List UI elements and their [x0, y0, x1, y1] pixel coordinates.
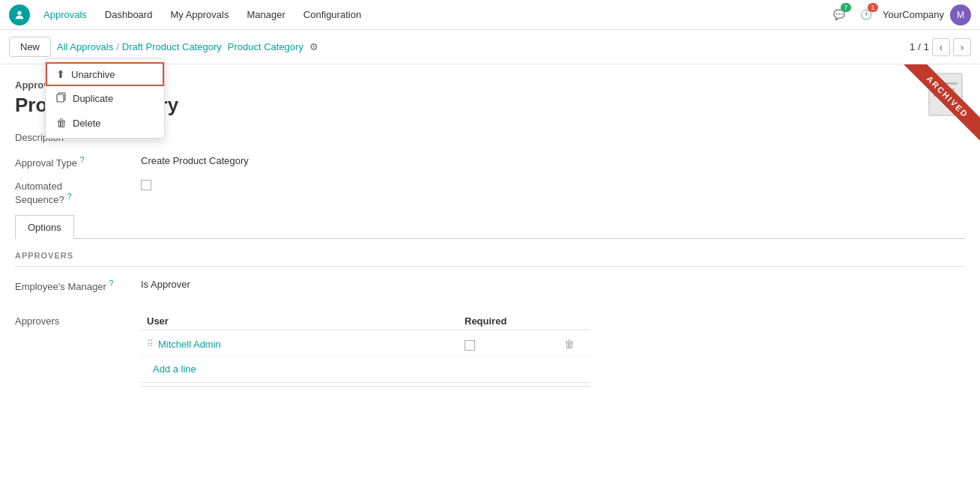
employee-manager-value: Is Approver — [141, 276, 190, 290]
automated-sequence-tooltip-icon[interactable]: ? — [67, 192, 71, 201]
employee-manager-row: Employee's Manager ? Is Approver — [15, 276, 965, 292]
dropdown-item-delete[interactable]: 🗑 Delete — [46, 111, 164, 135]
automated-sequence-row: Automated Sequence? ? — [15, 178, 965, 205]
approval-type-tooltip-icon[interactable]: ? — [80, 155, 85, 164]
user-cell[interactable]: Mitchell Admin — [158, 339, 465, 350]
nav-item-my-approvals[interactable]: My Approvals — [163, 6, 236, 23]
delete-label: Delete — [73, 118, 101, 129]
table-row: ⠿ Mitchell Admin 🗑 — [141, 333, 590, 356]
app-logo — [9, 4, 30, 25]
new-button[interactable]: New — [9, 37, 51, 57]
duplicate-label: Duplicate — [73, 93, 113, 104]
user-avatar[interactable]: M — [950, 4, 971, 25]
breadcrumb-draft[interactable]: Draft Product Category — [122, 41, 222, 52]
approvers-table: User Required ⠿ Mitchell Admin 🗑 — [141, 312, 590, 387]
svg-point-0 — [17, 10, 21, 14]
approvers-divider — [15, 266, 965, 267]
unarchive-icon: ⬆ — [56, 68, 65, 80]
duplicate-icon — [56, 92, 67, 105]
approvers-section: APPROVERS Employee's Manager ? Is Approv… — [15, 251, 965, 387]
required-checkbox[interactable] — [465, 340, 475, 351]
gear-icon[interactable]: ⚙ — [309, 41, 318, 52]
breadcrumb-current: Product Category — [228, 41, 303, 52]
messages-badge: 7 — [841, 3, 851, 12]
required-column-header: Required — [465, 315, 554, 327]
required-cell — [465, 338, 554, 351]
next-page-button[interactable]: › — [953, 38, 971, 56]
breadcrumb-all-approvals[interactable]: All Approvals — [57, 41, 113, 52]
dropdown-item-duplicate[interactable]: Duplicate — [46, 86, 164, 111]
company-name[interactable]: YourCompany — [883, 9, 944, 20]
approvers-field-label: Approvers — [15, 312, 135, 327]
employee-manager-label: Employee's Manager ? — [15, 276, 135, 292]
prev-page-button[interactable]: ‹ — [932, 38, 950, 56]
pagination-current: 1 — [910, 41, 915, 52]
unarchive-label: Unarchive — [71, 69, 115, 80]
tabs: Options — [15, 215, 965, 239]
pagination-separator: / — [918, 41, 921, 52]
actions-column-header — [554, 315, 584, 327]
user-column-header: User — [147, 315, 465, 327]
nav-item-manager[interactable]: Manager — [239, 6, 292, 23]
breadcrumb: All Approvals / Draft Product Category P… — [57, 41, 904, 52]
nav-item-approvals[interactable]: Approvals — [36, 6, 94, 23]
approvers-section-title: APPROVERS — [15, 251, 965, 260]
approval-type-row: Approval Type ? Create Product Category — [15, 152, 965, 169]
employee-manager-tooltip-icon[interactable]: ? — [109, 279, 113, 288]
automated-sequence-checkbox[interactable] — [141, 180, 151, 190]
activities-badge: 1 — [868, 3, 878, 12]
top-navigation: Approvals Dashboard My Approvals Manager… — [0, 0, 980, 30]
context-dropdown-menu: ⬆ Unarchive Duplicate 🗑 Delete — [45, 58, 165, 139]
delete-row-icon[interactable]: 🗑 — [564, 338, 575, 350]
add-line-button[interactable]: Add a line — [147, 359, 202, 379]
table-bottom-divider — [141, 386, 590, 387]
pagination: 1 / 1 ‹ › — [910, 38, 971, 56]
svg-rect-7 — [57, 94, 64, 102]
breadcrumb-separator-1: / — [116, 41, 119, 52]
pagination-total: 1 — [924, 41, 929, 52]
add-line-row: Add a line — [141, 356, 590, 383]
approval-type-value: Create Product Category — [141, 152, 249, 166]
tab-options[interactable]: Options — [15, 215, 74, 239]
drag-handle-icon[interactable]: ⠿ — [147, 339, 154, 349]
delete-cell: 🗑 — [554, 338, 584, 350]
approval-type-field-label: Approval Type ? — [15, 152, 135, 169]
nav-item-configuration[interactable]: Configuration — [296, 6, 369, 23]
approvers-table-header: User Required — [141, 312, 590, 330]
automated-sequence-label: Automated Sequence? ? — [15, 178, 135, 205]
activities-button[interactable]: 🕐 1 — [856, 4, 877, 25]
nav-item-dashboard[interactable]: Dashboard — [97, 6, 160, 23]
dropdown-item-unarchive[interactable]: ⬆ Unarchive — [46, 62, 164, 86]
approvers-table-row: Approvers User Required ⠿ Mitchell Admin — [15, 312, 965, 387]
delete-menu-icon: 🗑 — [56, 117, 67, 129]
messages-button[interactable]: 💬 7 — [829, 4, 850, 25]
nav-right-section: 💬 7 🕐 1 YourCompany M — [829, 4, 971, 25]
